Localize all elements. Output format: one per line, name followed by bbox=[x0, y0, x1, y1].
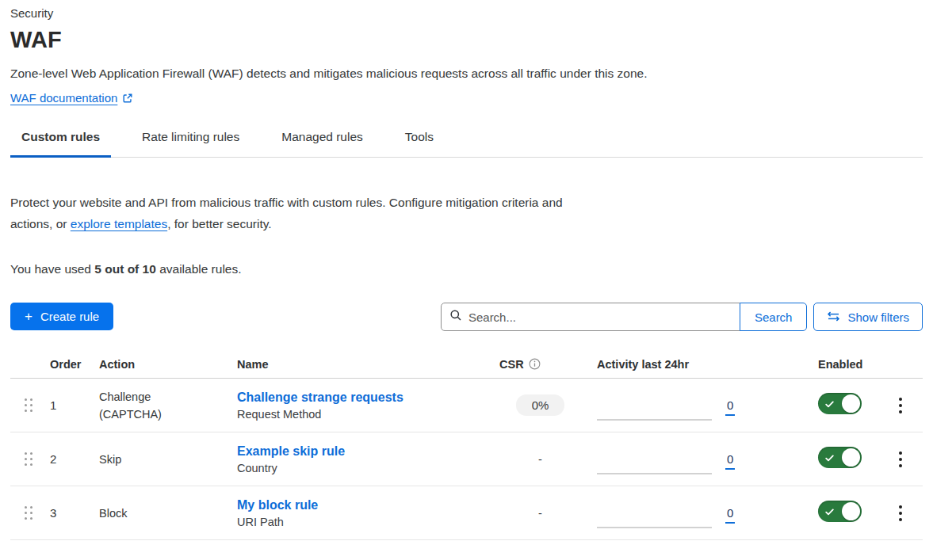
check-icon bbox=[825, 452, 834, 464]
row-menu-button[interactable] bbox=[894, 501, 907, 526]
tab-rate-limiting-rules[interactable]: Rate limiting rules bbox=[131, 130, 250, 158]
rule-field: URI Path bbox=[237, 516, 499, 528]
rules-toolbar: + Create rule Search bbox=[10, 303, 923, 331]
csr-value: - bbox=[538, 507, 542, 520]
rule-order: 2 bbox=[50, 452, 99, 466]
doc-link-label: WAF documentation bbox=[10, 91, 117, 105]
activity-sparkline bbox=[597, 498, 712, 528]
table-row: 1 Challenge (CAPTCHA) Challenge strange … bbox=[10, 379, 923, 432]
custom-rules-intro: Protect your website and API from malici… bbox=[10, 192, 601, 234]
tab-bar: Custom rules Rate limiting rules Managed… bbox=[10, 130, 923, 158]
column-header-enabled: Enabled bbox=[818, 358, 888, 371]
rule-field: Country bbox=[237, 462, 499, 474]
rule-order: 3 bbox=[50, 506, 99, 520]
filters-swap-icon bbox=[827, 310, 840, 324]
search-button[interactable]: Search bbox=[740, 303, 808, 331]
csr-value: - bbox=[538, 453, 542, 466]
column-header-activity: Activity last 24hr bbox=[581, 358, 818, 371]
rules-usage-count: 5 out of 10 bbox=[94, 262, 156, 276]
row-menu-button[interactable] bbox=[894, 393, 907, 418]
page-description: Zone-level Web Application Firewall (WAF… bbox=[10, 67, 923, 81]
activity-sparkline bbox=[597, 444, 712, 474]
activity-count-link[interactable]: 0 bbox=[725, 452, 735, 470]
rule-name-link[interactable]: Example skip rule bbox=[237, 444, 345, 458]
waf-page: Security WAF Zone-level Web Application … bbox=[0, 0, 933, 540]
plus-icon: + bbox=[25, 310, 33, 323]
rule-field: Request Method bbox=[237, 408, 499, 421]
enabled-toggle[interactable] bbox=[818, 393, 862, 414]
enabled-toggle[interactable] bbox=[818, 501, 862, 522]
activity-sparkline bbox=[597, 390, 712, 421]
explore-templates-link[interactable]: explore templates bbox=[71, 217, 167, 230]
rule-action: Skip bbox=[99, 451, 178, 468]
column-header-order: Order bbox=[50, 358, 99, 371]
rule-order: 1 bbox=[50, 398, 99, 412]
drag-handle[interactable] bbox=[25, 398, 33, 412]
rule-action: Challenge (CAPTCHA) bbox=[99, 388, 178, 423]
table-body: 1 Challenge (CAPTCHA) Challenge strange … bbox=[10, 379, 923, 540]
drag-handle[interactable] bbox=[25, 452, 33, 466]
enabled-toggle[interactable] bbox=[818, 447, 862, 468]
rules-usage-text: You have used 5 out of 10 available rule… bbox=[10, 262, 923, 276]
column-header-name: Name bbox=[237, 358, 499, 371]
tab-tools[interactable]: Tools bbox=[394, 130, 445, 158]
rule-action: Block bbox=[99, 505, 178, 522]
search-box bbox=[441, 303, 740, 331]
search-icon bbox=[449, 309, 462, 325]
csr-value: 0% bbox=[516, 394, 565, 416]
info-icon[interactable] bbox=[529, 358, 541, 370]
rule-name-link[interactable]: Challenge strange requests bbox=[237, 390, 403, 404]
activity-count-link[interactable]: 0 bbox=[725, 398, 735, 416]
check-icon bbox=[825, 506, 834, 518]
breadcrumb: Security bbox=[10, 6, 923, 20]
table-row: 3 Block My block rule URI Path - 0 bbox=[10, 486, 923, 540]
row-menu-button[interactable] bbox=[894, 447, 907, 472]
table-header-row: Order Action Name CSR Activity last 24hr… bbox=[10, 350, 923, 379]
show-filters-button[interactable]: Show filters bbox=[813, 303, 923, 331]
create-rule-button[interactable]: + Create rule bbox=[10, 303, 113, 330]
rule-name-link[interactable]: My block rule bbox=[237, 498, 318, 512]
waf-documentation-link[interactable]: WAF documentation bbox=[10, 91, 133, 105]
tab-managed-rules[interactable]: Managed rules bbox=[270, 130, 374, 158]
search-input[interactable] bbox=[468, 310, 732, 324]
activity-count-link[interactable]: 0 bbox=[725, 506, 735, 524]
table-row: 2 Skip Example skip rule Country - 0 bbox=[10, 432, 923, 486]
custom-rules-table: Order Action Name CSR Activity last 24hr… bbox=[10, 350, 923, 540]
external-link-icon bbox=[122, 93, 133, 104]
column-header-csr: CSR bbox=[499, 358, 524, 371]
tab-custom-rules[interactable]: Custom rules bbox=[10, 130, 111, 158]
check-icon bbox=[825, 398, 834, 410]
drag-handle[interactable] bbox=[25, 506, 33, 520]
column-header-action: Action bbox=[99, 358, 237, 371]
page-title: WAF bbox=[10, 27, 923, 53]
